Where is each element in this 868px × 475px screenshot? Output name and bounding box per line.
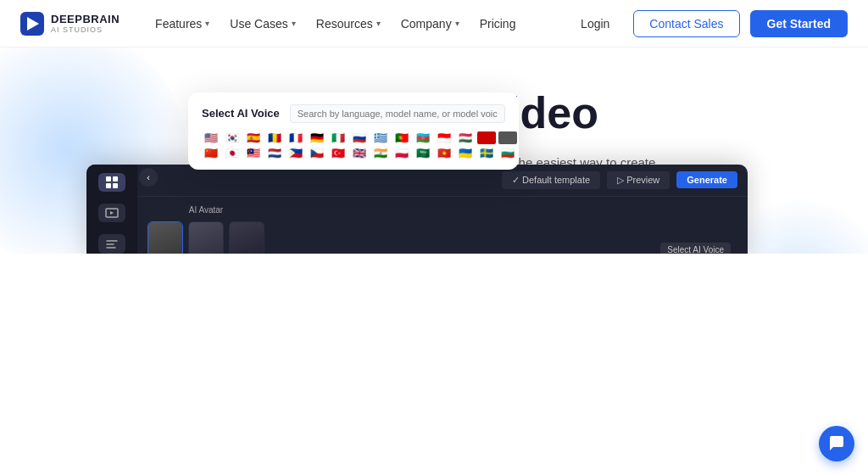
editor-back-arrow[interactable]: ‹ [139, 168, 158, 187]
flag-cz[interactable]: 🇨🇿 [308, 147, 326, 159]
nav-resources[interactable]: Resources ▾ [308, 12, 389, 36]
product-preview: Select AI Voice 🇺🇸 🇰🇷 🇪🇸 🇷🇴 🇫🇷 🇩🇪 🇮🇹 🇷🇺 … [86, 92, 782, 254]
flag-it[interactable]: 🇮🇹 [329, 131, 348, 144]
chevron-down-icon: ▾ [205, 19, 209, 28]
select-ai-voice-label[interactable]: Select AI Voice [660, 243, 731, 254]
sidebar-templates-icon[interactable] [98, 173, 125, 192]
flag-ua[interactable]: 🇺🇦 [456, 147, 475, 159]
flag-es[interactable]: 🇪🇸 [244, 131, 263, 144]
flag-gb[interactable]: 🇬🇧 [350, 147, 369, 159]
flag-de[interactable]: 🇩🇪 [308, 131, 326, 144]
preview-button[interactable]: ▷ Preview [607, 171, 670, 189]
svg-rect-4 [106, 183, 111, 188]
chevron-down-icon: ▾ [292, 19, 296, 28]
editor-content: AI Avatar [137, 197, 748, 254]
avatar-section: AI Avatar [147, 205, 264, 254]
avatar-thumb-2[interactable] [188, 221, 224, 254]
voice-card-header: Select AI Voice [202, 104, 505, 123]
flag-xx2[interactable] [498, 131, 517, 144]
flag-ph[interactable]: 🇵🇭 [287, 147, 305, 159]
sidebar-media-icon[interactable] [98, 204, 125, 222]
flag-in[interactable]: 🇮🇳 [371, 147, 390, 159]
flag-sa[interactable]: 🇸🇦 [414, 147, 432, 159]
flag-se[interactable]: 🇸🇪 [477, 147, 496, 159]
flag-grid: 🇺🇸 🇰🇷 🇪🇸 🇷🇴 🇫🇷 🇩🇪 🇮🇹 🇷🇺 🇬🇷 🇵🇹 🇦🇿 🇮🇩 🇭🇺 🇨… [202, 131, 505, 159]
voice-search-input[interactable] [290, 104, 505, 123]
nav-left: DEEPBRAIN AI STUDIOS Features ▾ Use Case… [20, 12, 524, 36]
voice-card-title: Select AI Voice [202, 107, 280, 120]
flag-bg[interactable]: 🇧🇬 [498, 147, 517, 159]
flag-my[interactable]: 🇲🇾 [244, 147, 263, 159]
flag-jp[interactable]: 🇯🇵 [223, 147, 242, 159]
flag-ro[interactable]: 🇷🇴 [265, 131, 284, 144]
svg-rect-2 [106, 176, 111, 182]
get-started-button[interactable]: Get Started [750, 10, 848, 37]
editor-sidebar [86, 165, 137, 254]
flag-cn[interactable]: 🇨🇳 [202, 147, 220, 159]
svg-rect-5 [113, 183, 118, 188]
editor-panel: ✓ Default template ▷ Preview Generate AI… [86, 165, 748, 254]
contact-sales-button[interactable]: Contact Sales [633, 10, 739, 37]
avatar-grid [147, 221, 264, 254]
flag-id[interactable]: 🇮🇩 [435, 131, 453, 144]
flag-ru[interactable]: 🇷🇺 [350, 131, 369, 144]
login-button[interactable]: Login [567, 12, 623, 36]
nav-features[interactable]: Features ▾ [147, 12, 218, 36]
flag-vn[interactable]: 🇻🇳 [435, 147, 453, 159]
flag-tr[interactable]: 🇹🇷 [329, 147, 348, 159]
nav-pricing[interactable]: Pricing [471, 12, 525, 36]
flag-hu[interactable]: 🇭🇺 [456, 131, 475, 144]
flag-fr[interactable]: 🇫🇷 [287, 131, 305, 144]
flag-xx1[interactable] [477, 131, 496, 144]
flag-az[interactable]: 🇦🇿 [414, 131, 432, 144]
flag-pt[interactable]: 🇵🇹 [392, 131, 411, 144]
nav-use-cases[interactable]: Use Cases ▾ [221, 12, 303, 36]
chat-support-button[interactable] [819, 426, 854, 461]
logo[interactable]: DEEPBRAIN AI STUDIOS [20, 12, 120, 36]
chevron-down-icon: ▾ [455, 19, 459, 28]
nav-links: Features ▾ Use Cases ▾ Resources ▾ Compa… [147, 12, 524, 36]
chevron-down-icon: ▾ [376, 19, 381, 28]
voice-selector-card: Select AI Voice 🇺🇸 🇰🇷 🇪🇸 🇷🇴 🇫🇷 🇩🇪 🇮🇹 🇷🇺 … [188, 92, 519, 170]
avatar-thumb-3[interactable] [229, 221, 264, 254]
flag-nl[interactable]: 🇳🇱 [265, 147, 284, 159]
hero-section: AI Text to Video Convert your text to vi… [0, 48, 868, 254]
flag-us[interactable]: 🇺🇸 [202, 131, 220, 144]
svg-rect-3 [113, 176, 118, 182]
default-template-button[interactable]: ✓ Default template [502, 171, 600, 189]
navbar: DEEPBRAIN AI STUDIOS Features ▾ Use Case… [0, 0, 868, 48]
sidebar-text-icon[interactable] [98, 234, 125, 253]
editor-main: ✓ Default template ▷ Preview Generate AI… [137, 165, 748, 254]
avatar-section-label: AI Avatar [147, 205, 264, 215]
avatar-thumb-1[interactable] [147, 221, 183, 254]
flag-gr[interactable]: 🇬🇷 [371, 131, 390, 144]
logo-sub-text: AI STUDIOS [51, 25, 120, 34]
flag-kr[interactable]: 🇰🇷 [223, 131, 242, 144]
nav-right: Login Contact Sales Get Started [567, 10, 848, 37]
generate-button[interactable]: Generate [676, 171, 737, 188]
logo-brand-text: DEEPBRAIN [51, 13, 120, 25]
flag-pl[interactable]: 🇵🇱 [392, 147, 411, 159]
nav-company[interactable]: Company ▾ [392, 12, 468, 36]
